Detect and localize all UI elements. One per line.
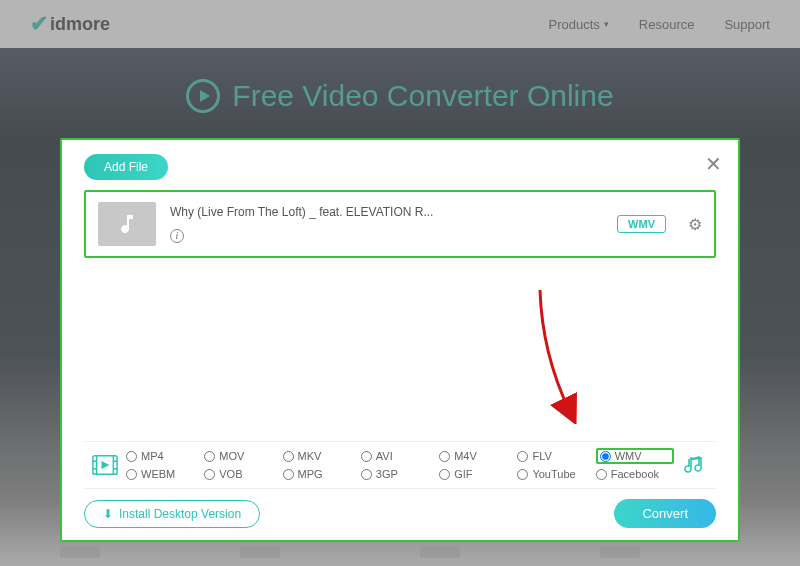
file-name: Why (Live From The Loft) _ feat. ELEVATI…	[170, 205, 603, 219]
format-radio[interactable]	[596, 469, 607, 480]
format-option-m4v[interactable]: M4V	[439, 450, 517, 462]
add-file-button[interactable]: Add File	[84, 154, 168, 180]
formats-block: MP4MOVMKVAVIM4VFLVWMVWEBMVOBMPG3GPGIFYou…	[84, 441, 716, 489]
format-radio[interactable]	[439, 451, 450, 462]
annotation-arrow	[480, 284, 600, 424]
format-option-flv[interactable]: FLV	[517, 450, 595, 462]
info-icon[interactable]: i	[170, 229, 184, 243]
format-option-webm[interactable]: WEBM	[126, 468, 204, 480]
format-option-vob[interactable]: VOB	[204, 468, 282, 480]
format-option-facebook[interactable]: Facebook	[596, 468, 674, 480]
format-badge[interactable]: WMV	[617, 215, 666, 233]
format-label: 3GP	[376, 468, 398, 480]
gear-icon[interactable]: ⚙	[688, 215, 702, 234]
format-radio[interactable]	[600, 451, 611, 462]
download-icon: ⬇	[103, 507, 113, 521]
format-label: AVI	[376, 450, 393, 462]
format-option-mov[interactable]: MOV	[204, 450, 282, 462]
format-radio[interactable]	[126, 469, 137, 480]
format-radio[interactable]	[517, 451, 528, 462]
format-option-youtube[interactable]: YouTube	[517, 468, 595, 480]
format-label: WMV	[615, 450, 642, 462]
file-row: Why (Live From The Loft) _ feat. ELEVATI…	[84, 190, 716, 258]
format-radio[interactable]	[204, 469, 215, 480]
file-thumbnail	[98, 202, 156, 246]
format-radio[interactable]	[439, 469, 450, 480]
format-label: YouTube	[532, 468, 575, 480]
format-label: MPG	[298, 468, 323, 480]
install-desktop-button[interactable]: ⬇ Install Desktop Version	[84, 500, 260, 528]
music-note-icon	[115, 212, 139, 236]
format-radio[interactable]	[283, 451, 294, 462]
format-option-mpg[interactable]: MPG	[283, 468, 361, 480]
format-radio[interactable]	[517, 469, 528, 480]
format-option-mp4[interactable]: MP4	[126, 450, 204, 462]
converter-modal: ✕ Add File Why (Live From The Loft) _ fe…	[60, 138, 740, 542]
format-label: WEBM	[141, 468, 175, 480]
format-label: VOB	[219, 468, 242, 480]
format-label: M4V	[454, 450, 477, 462]
format-radio[interactable]	[361, 451, 372, 462]
format-label: MOV	[219, 450, 244, 462]
format-option-wmv[interactable]: WMV	[596, 448, 674, 464]
format-label: FLV	[532, 450, 551, 462]
format-label: MKV	[298, 450, 322, 462]
format-radio[interactable]	[126, 451, 137, 462]
format-option-mkv[interactable]: MKV	[283, 450, 361, 462]
format-label: GIF	[454, 468, 472, 480]
format-label: Facebook	[611, 468, 659, 480]
video-format-icon[interactable]	[84, 454, 126, 476]
format-option-3gp[interactable]: 3GP	[361, 468, 439, 480]
format-option-gif[interactable]: GIF	[439, 468, 517, 480]
audio-format-icon[interactable]	[674, 454, 716, 476]
format-radio[interactable]	[361, 469, 372, 480]
format-label: MP4	[141, 450, 164, 462]
format-radio[interactable]	[283, 469, 294, 480]
close-icon[interactable]: ✕	[705, 152, 722, 176]
convert-button[interactable]: Convert	[614, 499, 716, 528]
format-radio[interactable]	[204, 451, 215, 462]
format-option-avi[interactable]: AVI	[361, 450, 439, 462]
